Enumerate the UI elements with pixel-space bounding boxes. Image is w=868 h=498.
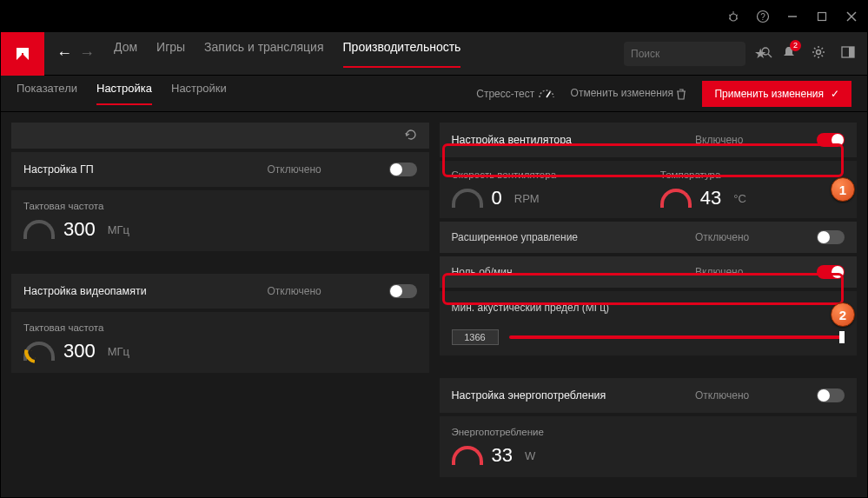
power-value: 33 [492,444,513,467]
titlebar: ? [1,1,867,32]
preset-stub [11,123,429,149]
power-label: Энергопотребление [452,427,845,437]
stress-test[interactable]: Стресс-тест [476,88,554,100]
gpu-clock-card: Тактовая частота 300 МГц [11,190,429,251]
gauge-icon [452,446,483,465]
power-tuning-label: Настройка энергопотребления [452,389,696,402]
fan-speed-value: 0 [492,187,502,209]
subtabs: Показатели Настройка Настройки [17,82,227,105]
forward-icon[interactable]: → [79,44,95,63]
power-unit: W [525,449,535,462]
nav-arrows: ← → [56,44,95,63]
zero-rpm-row: Ноль об/мин Включено [440,256,858,288]
acoustic-limit-card: Мин. акустический предел (МГц) 1366 [440,291,858,355]
bell-badge: 2 [790,40,801,51]
help-icon[interactable]: ? [756,10,770,23]
left-column: Настройка ГП Отключено Тактовая частота … [11,123,429,488]
advanced-control-label: Расширенное управление [452,231,696,243]
vram-tuning-state: Отключено [268,285,389,297]
vram-clock-label: Тактовая частота [23,322,417,333]
subtab-settings[interactable]: Настройки [171,82,227,105]
fan-tuning-toggle[interactable] [817,133,845,147]
gpu-tuning-label: Настройка ГП [23,163,268,176]
gpu-tuning-header: Настройка ГП Отключено [11,152,429,187]
panel-icon[interactable] [841,45,855,63]
zero-rpm-label: Ноль об/мин [452,266,696,278]
gear-icon[interactable] [812,45,825,63]
fan-speed-label: Скорость вентилятора [452,169,636,180]
fan-metrics: Скорость вентилятора 0 RPM Температура 4… [440,161,858,218]
annotation-badge-1: 1 [831,177,855,202]
nav-performance[interactable]: Производительность [343,40,461,68]
bug-icon[interactable] [726,10,740,23]
revert-changes[interactable]: Отменить изменения [571,87,687,100]
advanced-control-row: Расширенное управление Отключено [440,222,858,253]
main-nav: Дом Игры Запись и трансляция Производите… [114,40,461,68]
subbar: Показатели Настройка Настройки Стресс-те… [1,76,867,112]
gpu-clock-label: Тактовая частота [23,201,417,211]
svg-rect-16 [849,47,854,57]
gauge-icon [23,220,55,239]
gauge-icon [23,342,55,361]
svg-line-17 [547,92,550,97]
reset-icon[interactable] [405,129,417,143]
subactions: Стресс-тест Отменить изменения Применить… [476,81,851,107]
bell-icon[interactable]: 2 [782,45,796,63]
acoustic-limit-label: Мин. акустический предел (МГц) [452,302,845,314]
top-icons: ★ 2 [754,45,855,63]
subtab-metrics[interactable]: Показатели [17,82,77,105]
vram-clock-value: 300 [63,340,96,362]
acoustic-limit-value[interactable]: 1366 [452,329,499,345]
advanced-control-toggle[interactable] [817,230,845,244]
fan-tuning-state: Включено [695,134,817,146]
gpu-tuning-state: Отключено [268,163,389,176]
apply-button[interactable]: Применить изменения ✓ [702,81,851,107]
search-input[interactable] [631,48,761,60]
search-box[interactable] [624,42,745,66]
gpu-tuning-toggle[interactable] [389,163,417,176]
svg-point-14 [817,50,821,54]
subtab-tuning[interactable]: Настройка [96,82,152,105]
zero-rpm-state: Включено [695,266,817,278]
nav-home[interactable]: Дом [114,40,137,68]
svg-text:?: ? [760,12,765,22]
svg-point-0 [730,14,737,21]
gpu-clock-value: 300 [63,218,96,241]
maximize-icon[interactable] [815,10,829,23]
advanced-control-state: Отключено [695,231,817,243]
right-column: Настройка вентилятора Включено Скорость … [440,123,858,488]
vram-tuning-label: Настройка видеопамяти [23,285,268,297]
nav-streaming[interactable]: Запись и трансляция [204,40,323,68]
temp-unit: °C [733,192,746,205]
close-icon[interactable] [845,10,858,23]
temp-label: Температура [660,169,845,180]
vram-clock-card: Тактовая частота 300 МГц [11,312,429,373]
back-icon[interactable]: ← [56,44,72,63]
gauge-icon [660,189,692,208]
vram-tuning-header: Настройка видеопамяти Отключено [11,274,429,309]
zero-rpm-toggle[interactable] [817,265,845,279]
fan-speed-metric: Скорость вентилятора 0 RPM [440,161,648,218]
content: Настройка ГП Отключено Тактовая частота … [1,112,867,498]
annotation-badge-2: 2 [831,302,855,327]
minimize-icon[interactable] [785,10,799,23]
power-tuning-header: Настройка энергопотребления Отключено [440,378,858,413]
fan-tuning-label: Настройка вентилятора [452,134,696,146]
power-tuning-state: Отключено [695,389,817,402]
acoustic-limit-slider[interactable] [509,335,845,339]
topbar: ← → Дом Игры Запись и трансляция Произво… [1,32,867,76]
temp-value: 43 [700,187,721,209]
gauge-icon [452,189,483,208]
vram-clock-unit: МГц [108,345,129,358]
power-card: Энергопотребление 33 W [440,416,858,477]
svg-rect-9 [818,13,826,21]
power-tuning-toggle[interactable] [817,388,845,402]
temp-metric: Температура 43 °C [648,161,857,218]
fan-speed-unit: RPM [514,192,540,205]
gpu-clock-unit: МГц [108,223,129,236]
amd-logo [1,32,44,76]
vram-tuning-toggle[interactable] [389,284,417,298]
nav-games[interactable]: Игры [156,40,185,68]
star-icon[interactable]: ★ [754,45,766,62]
fan-tuning-header: Настройка вентилятора Включено [440,123,858,157]
